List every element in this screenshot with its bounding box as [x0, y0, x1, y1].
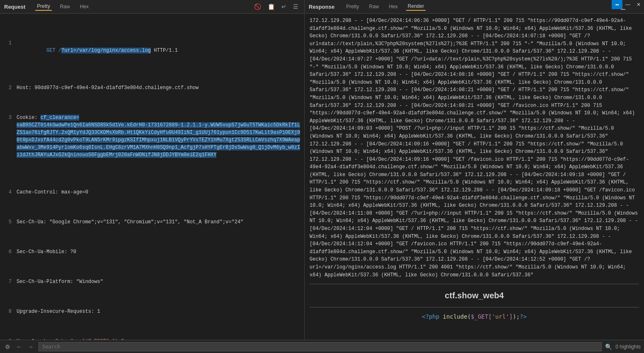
- window-close-btn[interactable]: ✕: [633, 0, 644, 9]
- bottom-icons: ⚙ ← →: [3, 343, 35, 351]
- request-line-5: 5 Sec-Ch-Ua: "Google Chrome";v="131", "C…: [2, 218, 303, 226]
- proto-text: HTTP/1.1: [151, 48, 178, 53]
- window-minimize-btn[interactable]: —: [622, 0, 633, 9]
- window-controls: ▪▪ — ✕: [612, 0, 644, 9]
- highlights-count: 0 highlights: [615, 344, 641, 350]
- search-submit-btn[interactable]: 🔍: [605, 343, 612, 350]
- copy-icon[interactable]: 📋: [266, 2, 276, 11]
- tab-pretty-request[interactable]: Pretty: [35, 2, 51, 11]
- response-divider: [310, 284, 639, 284]
- request-line-8: 8 Upgrade-Insecure-Requests: 1: [2, 308, 303, 315]
- request-line-6: 6 Sec-Ch-Ua-Mobile: ?0: [2, 248, 303, 256]
- response-content[interactable]: 172.12.129.208 - - [04/Dec/2024:14:06:36…: [305, 14, 644, 340]
- request-line-4: 4 Cache-Control: max-age=0: [2, 189, 303, 196]
- settings-icon[interactable]: ⚙: [3, 343, 12, 351]
- back-icon[interactable]: ←: [15, 343, 24, 351]
- php-bracket-close: ]: [509, 313, 513, 320]
- php-func-include: include: [443, 313, 467, 320]
- tab-hex-response[interactable]: Hex: [387, 3, 399, 10]
- request-panel: Request Pretty Raw Hex 🚫 📋 ↵ ☰ 1 GET /?u…: [0, 0, 305, 340]
- request-line-7: 7 Sec-Ch-Ua-Platform: "Windows": [2, 278, 303, 285]
- php-close-tag: ?>: [520, 313, 527, 320]
- eye-off-icon[interactable]: 🚫: [252, 2, 263, 11]
- request-line-3: 3 Cookie: cf_clearance= oaB9SCZT014kGwdw…: [2, 114, 303, 166]
- window-tile-btn[interactable]: ▪▪: [612, 0, 622, 9]
- php-code-display: <?php include($_GET['url']);?>: [310, 312, 639, 322]
- response-header: Response Pretty Raw Hex Render 📋 ↵: [305, 0, 644, 14]
- tab-render-response[interactable]: Render: [406, 2, 426, 11]
- response-title: Response: [309, 4, 334, 10]
- request-header: Request Pretty Raw Hex 🚫 📋 ↵ ☰: [0, 0, 304, 14]
- method-text: GET /: [46, 48, 61, 53]
- php-paren-close: );: [513, 313, 520, 320]
- tab-hex-request[interactable]: Hex: [78, 3, 90, 10]
- tab-raw-response[interactable]: Raw: [367, 3, 380, 10]
- request-content[interactable]: 1 GET /?url=/var/log/nginx/access.log HT…: [0, 14, 304, 340]
- wrap-icon[interactable]: ↵: [280, 2, 288, 11]
- php-open-tag: <?php: [422, 313, 443, 320]
- request-title: Request: [4, 4, 25, 10]
- php-paren-open: (: [467, 313, 471, 320]
- search-input[interactable]: [39, 342, 602, 351]
- response-log-text: 172.12.129.208 - - [04/Dec/2024:14:06:36…: [310, 18, 638, 278]
- php-str-url: 'url': [492, 313, 509, 320]
- request-line-2: 2 Host: 90dd077d-c9ef-49e4-92a4-d1afdf3e…: [2, 84, 303, 92]
- ctf-title: ctf.show_web4: [310, 289, 639, 302]
- response-panel: Response Pretty Raw Hex Render 📋 ↵ 172.1…: [305, 0, 644, 340]
- cookie-value: cf_clearance= oaB9SCZT014kGwdwPe1Qn6Ia6N…: [17, 115, 300, 158]
- more-icon[interactable]: ☰: [291, 2, 300, 11]
- forward-icon[interactable]: →: [26, 343, 35, 351]
- request-toolbar: 🚫 📋 ↵ ☰: [252, 2, 300, 11]
- request-line-1: 1 GET /?url=/var/log/nginx/access.log HT…: [2, 39, 303, 62]
- tab-pretty-response[interactable]: Pretty: [344, 3, 361, 10]
- bottom-bar: ⚙ ← → 🔍 0 highlights: [0, 340, 644, 353]
- php-get-var: $_GET[: [471, 313, 492, 320]
- main-container: Request Pretty Raw Hex 🚫 📋 ↵ ☰ 1 GET /?u…: [0, 0, 644, 340]
- url-param: ?url=/var/log/nginx/access.log: [61, 48, 151, 53]
- response-divider-2: [310, 307, 639, 307]
- tab-raw-request[interactable]: Raw: [58, 3, 72, 10]
